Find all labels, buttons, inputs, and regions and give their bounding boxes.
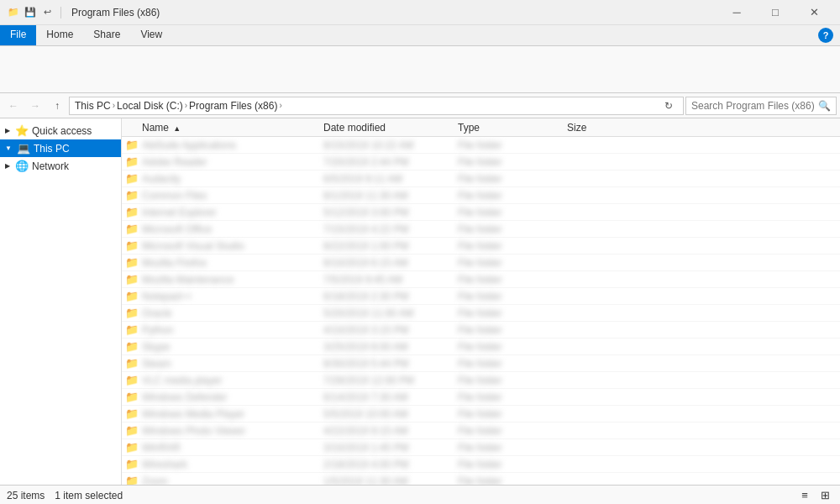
details-view-button[interactable]: ≡ (796, 487, 813, 504)
file-type: File folder (458, 408, 567, 420)
folder-icon: 📁 (122, 273, 142, 286)
file-row[interactable]: 📁 Windows Defender 6/14/2019 7:30 AM Fil… (122, 389, 840, 406)
file-row[interactable]: 📁 Windows Media Player 5/5/2019 10:00 AM… (122, 406, 840, 423)
maximize-button[interactable]: □ (756, 0, 795, 25)
file-date: 7/28/2019 12:00 PM (323, 375, 458, 386)
file-type: File folder (458, 274, 567, 286)
folder-icon: 📁 (122, 206, 142, 218)
address-bar[interactable]: This PC › Local Disk (C:) › Program File… (69, 97, 684, 115)
window-title: Program Files (x86) (71, 7, 717, 18)
file-date: 3/25/2019 8:00 AM (323, 341, 458, 353)
file-row[interactable]: 📁 Oracle 5/20/2019 11:00 AM File folder (122, 305, 840, 322)
file-row[interactable]: 📁 Notepad++ 6/18/2019 2:30 PM File folde… (122, 288, 840, 305)
file-row[interactable]: 📁 Steam 8/30/2019 5:44 PM File folder (122, 355, 840, 372)
folder-icon: 📁 (122, 391, 142, 403)
file-row[interactable]: 📁 Microsoft Visual Studio 8/22/2019 1:00… (122, 238, 840, 255)
close-button[interactable]: ✕ (795, 0, 833, 25)
sep2: › (185, 101, 187, 110)
file-name: Notepad++ (142, 291, 323, 302)
folder-icon: 📁 (122, 340, 142, 353)
file-row[interactable]: 📁 Windows Photo Viewer 4/22/2019 9:15 AM… (122, 423, 840, 439)
expand-icon-network: ▶ (5, 162, 10, 170)
file-name: Common Files (142, 190, 323, 202)
large-icons-button[interactable]: ⊞ (816, 487, 833, 504)
minimize-button[interactable]: ─ (717, 0, 756, 25)
file-date: 8/30/2019 5:44 PM (323, 358, 458, 370)
file-row[interactable]: 📁 Mozilla Maintenance 7/5/2019 9:45 AM F… (122, 271, 840, 288)
folder-icon: 📁 (122, 239, 142, 252)
tab-share[interactable]: Share (83, 25, 130, 45)
back-button[interactable]: ← (3, 96, 24, 116)
folder-icon: 📁 (122, 458, 142, 470)
file-type: File folder (458, 291, 567, 302)
thispc-icon: 💻 (17, 142, 30, 155)
file-row[interactable]: 📁 Adobe Reader 7/20/2019 2:44 PM File fo… (122, 154, 840, 171)
file-row[interactable]: 📁 WinRAR 3/10/2019 1:45 PM File folder (122, 439, 840, 456)
file-type: File folder (458, 207, 567, 218)
file-name: Windows Media Player (142, 408, 323, 420)
help-icon[interactable]: ? (818, 28, 833, 43)
file-row[interactable]: 📁 VLC media player 7/28/2019 12:00 PM Fi… (122, 372, 840, 389)
breadcrumb-programfiles[interactable]: Program Files (x86) (189, 100, 277, 112)
col-header-name[interactable]: Name ▲ (122, 122, 323, 134)
view-toggles: ≡ ⊞ (796, 487, 833, 504)
title-bar-icons: 📁 💾 ↩ (7, 6, 65, 19)
file-type: File folder (458, 425, 567, 437)
file-row[interactable]: 📁 Common Files 8/1/2019 11:30 AM File fo… (122, 187, 840, 204)
search-bar: 🔍 (685, 97, 837, 115)
folder-icon: 📁 (122, 441, 142, 454)
breadcrumb-thispc[interactable]: This PC (75, 100, 111, 112)
window-controls: ─ □ ✕ (717, 0, 833, 25)
search-input[interactable] (691, 100, 818, 112)
folder-icon: 📁 (122, 290, 142, 302)
file-date: 7/20/2019 2:44 PM (323, 156, 458, 168)
folder-icon: 📁 (122, 155, 142, 168)
file-header: Name ▲ Date modified Type Size (122, 118, 840, 137)
up-button[interactable]: ↑ (47, 96, 67, 116)
file-row[interactable]: 📁 Skype 3/25/2019 8:00 AM File folder (122, 339, 840, 355)
sidebar-item-thispc[interactable]: ▼ 💻 This PC (0, 139, 121, 157)
col-header-type[interactable]: Type (458, 122, 567, 134)
file-name: Windows Defender (142, 391, 323, 403)
file-row[interactable]: 📁 AbiSuite Applications 8/15/2019 10:22 … (122, 137, 840, 154)
file-name: Internet Explorer (142, 207, 323, 218)
refresh-icon[interactable]: ↻ (659, 100, 678, 112)
file-date: 7/5/2019 9:45 AM (323, 274, 458, 286)
file-row[interactable]: 📁 Wireshark 2/18/2019 4:00 PM File folde… (122, 456, 840, 473)
sidebar-item-quickaccess[interactable]: ▶ ⭐ Quick access (0, 122, 121, 139)
file-type: File folder (458, 190, 567, 202)
folder-icon: 📁 (122, 139, 142, 151)
save-icon: 💾 (24, 6, 37, 19)
file-name: Wireshark (142, 459, 323, 470)
file-date: 8/1/2019 11:30 AM (323, 190, 458, 202)
file-type: File folder (458, 240, 567, 252)
file-row[interactable]: 📁 Audacity 6/5/2019 9:11 AM File folder (122, 171, 840, 187)
col-header-date[interactable]: Date modified (323, 122, 458, 134)
folder-icon: 📁 (122, 323, 142, 336)
col-header-size[interactable]: Size (567, 122, 651, 134)
file-row[interactable]: 📁 Python 4/10/2019 3:15 PM File folder (122, 322, 840, 339)
file-type: File folder (458, 475, 567, 486)
breadcrumb-localdisk[interactable]: Local Disk (C:) (117, 100, 183, 112)
tab-home[interactable]: Home (36, 25, 83, 45)
file-date: 7/15/2019 4:22 PM (323, 223, 458, 235)
tab-view[interactable]: View (130, 25, 172, 45)
sidebar-item-network[interactable]: ▶ 🌐 Network (0, 157, 121, 175)
file-date: 6/5/2019 9:11 AM (323, 173, 458, 185)
file-row[interactable]: 📁 Microsoft Office 7/15/2019 4:22 PM Fil… (122, 221, 840, 238)
file-date: 6/18/2019 2:30 PM (323, 291, 458, 302)
search-icon: 🔍 (818, 100, 831, 112)
file-row[interactable]: 📁 Zoom 1/5/2019 11:30 AM File folder (122, 473, 840, 485)
folder-icon: 📁 (122, 189, 142, 202)
file-type: File folder (458, 459, 567, 470)
sep1: › (113, 101, 115, 110)
forward-button[interactable]: → (25, 96, 45, 116)
tab-file[interactable]: File (0, 25, 36, 45)
file-row[interactable]: 📁 Internet Explorer 5/12/2019 3:00 PM Fi… (122, 204, 840, 221)
file-name: Audacity (142, 173, 323, 185)
folder-icon: 📁 (122, 357, 142, 370)
file-row[interactable]: 📁 Mozilla Firefox 8/10/2019 6:15 AM File… (122, 255, 840, 271)
file-name: Adobe Reader (142, 156, 323, 168)
file-name: AbiSuite Applications (142, 139, 323, 151)
expand-icon-thispc: ▼ (5, 144, 12, 152)
